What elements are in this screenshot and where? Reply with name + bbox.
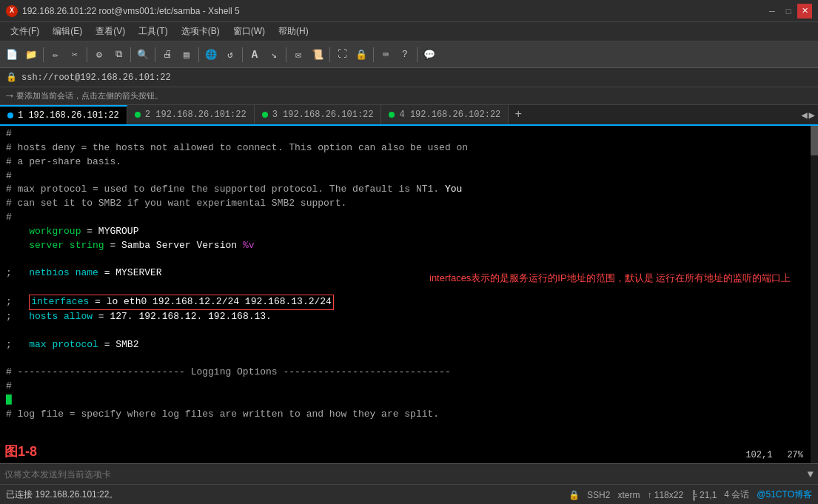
status-left: 已连接 192.168.26.101:22。	[6, 488, 563, 501]
toolbar: 📄 📁 ✏️ ✂ ⚙ ⧉ 🔍 🖨 ▤ 🌐 ↺ A ↘ ✉ 📜 ⛶ 🔒 ⌨ ? 💬	[0, 41, 818, 68]
globe-button[interactable]: 🌐	[202, 46, 220, 64]
address-icon: 🔒	[6, 72, 17, 83]
terminal-line-4: #	[6, 169, 812, 184]
terminal-line-16: ; max protocol = SMB2	[6, 338, 812, 352]
add-tab-button[interactable]: +	[509, 105, 528, 124]
settings-button[interactable]: ⚙	[90, 46, 108, 64]
terminal-content: # # hosts deny = the hosts not allowed t…	[0, 126, 818, 463]
addressbar: 🔒 ssh://root@192.168.26.101:22	[0, 68, 818, 87]
send-arrow-icon[interactable]: ▼	[808, 468, 814, 480]
tab-next-icon[interactable]: ▶	[809, 109, 815, 121]
sep4	[155, 47, 155, 62]
protocol-label: SSH2	[587, 490, 610, 500]
window-controls: ─ □ ✕	[765, 4, 812, 19]
terminal-line-3: # a per-share basis.	[6, 155, 812, 169]
sep1	[43, 47, 44, 62]
inputbar: ▼	[0, 463, 818, 484]
tab-4-label: 4 192.168.26.102:22	[399, 110, 500, 120]
scrollbar-vertical[interactable]	[811, 126, 818, 463]
vendor-label: @51CTO博客	[757, 488, 812, 501]
refresh-button[interactable]: ↺	[221, 46, 239, 64]
tab-3-dot	[262, 112, 268, 118]
search-button[interactable]: 🔍	[134, 46, 152, 64]
terminal-line-12	[6, 280, 812, 295]
sep10	[417, 47, 418, 62]
position-label: ╠ 21,1	[691, 490, 717, 500]
scrollbar-thumb[interactable]	[811, 126, 818, 155]
open-button[interactable]: 📁	[22, 46, 40, 64]
menu-edit[interactable]: 编辑(E)	[47, 24, 88, 39]
sep3	[130, 47, 131, 62]
sessions-label: 4 会话	[724, 488, 749, 501]
menu-tools[interactable]: 工具(T)	[133, 24, 173, 39]
connection-status: 已连接 192.168.26.101:22。	[6, 488, 118, 501]
tab-3[interactable]: 3 192.168.26.101:22	[255, 105, 382, 124]
tab-4[interactable]: 4 192.168.26.102:22	[381, 105, 509, 124]
new-button[interactable]: 📄	[3, 46, 21, 64]
term-label: xterm	[617, 490, 640, 500]
titlebar-left: X 192.168.26.101:22 root@vms001:/etc/sam…	[6, 5, 240, 17]
status-right: 🔒 SSH2 xterm ↑ 118x22 ╠ 21,1 4 会话 @51CTO…	[569, 488, 812, 501]
dimensions-label: ↑ 118x22	[647, 490, 683, 500]
print-button[interactable]: 🖨	[158, 46, 176, 64]
send-input[interactable]	[4, 469, 805, 480]
arrow-button[interactable]: ↘	[265, 46, 283, 64]
compose-button[interactable]: ✉	[289, 46, 307, 64]
menu-view[interactable]: 查看(V)	[90, 24, 131, 39]
tab-prev-icon[interactable]: ◀	[801, 109, 807, 121]
edit-button[interactable]: ✏️	[47, 46, 64, 64]
tab-2-dot	[135, 112, 141, 118]
statusbar: 已连接 192.168.26.101:22。 🔒 SSH2 xterm ↑ 11…	[0, 484, 818, 504]
terminal-line-7: #	[6, 211, 812, 225]
interfaces-highlight: interfaces = lo eth0 192.168.12.2/24 192…	[29, 295, 334, 310]
menu-window[interactable]: 窗口(W)	[227, 24, 271, 39]
keyboard-button[interactable]: ⌨	[377, 46, 395, 64]
script-button[interactable]: 📜	[309, 46, 326, 64]
terminal-line-9: server string = Samba Server Version %v	[6, 239, 812, 253]
address-text[interactable]: ssh://root@192.168.26.101:22	[21, 73, 171, 83]
terminal-line-1: #	[6, 127, 812, 141]
terminal-line-11: ; netbios name = MYSERVER	[6, 266, 812, 280]
help-button[interactable]: ?	[396, 46, 414, 64]
scroll-percent: 27%	[787, 450, 803, 460]
titlebar: X 192.168.26.101:22 root@vms001:/etc/sam…	[0, 0, 818, 22]
menu-help[interactable]: 帮助(H)	[272, 24, 315, 39]
infobar-text: 要添加当前会话，点击左侧的箭头按钮。	[16, 90, 163, 101]
infobar-arrow-icon: →	[6, 90, 13, 103]
terminal-line-20: █	[6, 394, 812, 408]
maximize-button[interactable]: □	[781, 4, 796, 19]
sep2	[87, 47, 87, 62]
layout-button[interactable]: ▤	[178, 46, 195, 64]
minimize-button[interactable]: ─	[765, 4, 780, 19]
close-button[interactable]: ✕	[797, 4, 812, 19]
tab-2[interactable]: 2 192.168.26.101:22	[127, 105, 255, 124]
tab-2-label: 2 192.168.26.101:22	[145, 110, 247, 120]
chat-button[interactable]: 💬	[420, 46, 438, 64]
menubar: 文件(F) 编辑(E) 查看(V) 工具(T) 选项卡(B) 窗口(W) 帮助(…	[0, 22, 818, 41]
sep9	[373, 47, 374, 62]
app-icon: X	[6, 5, 18, 17]
titlebar-title: 192.168.26.101:22 root@vms001:/etc/samba…	[22, 6, 240, 16]
terminal-line-17	[6, 352, 812, 366]
position-icon: ╠	[691, 490, 697, 500]
terminal-line-15	[6, 324, 812, 338]
lock-button[interactable]: 🔒	[352, 46, 370, 64]
terminal[interactable]: # # hosts deny = the hosts not allowed t…	[0, 126, 818, 463]
tab-nav: ◀ ▶	[798, 105, 818, 124]
expand-button[interactable]: ⛶	[333, 46, 351, 64]
tab-3-label: 3 192.168.26.101:22	[272, 110, 374, 120]
terminal-line-2: # hosts deny = the hosts not allowed to …	[6, 141, 812, 155]
menu-file[interactable]: 文件(F)	[4, 24, 45, 39]
sep6	[242, 47, 243, 62]
terminal-position: 102,1 27%	[745, 450, 803, 460]
terminal-line-5: # max protocol = used to define the supp…	[6, 183, 812, 197]
cut-button[interactable]: ✂	[66, 46, 84, 64]
tab-1[interactable]: 1 192.168.26.101:22	[0, 105, 127, 124]
lock-icon: 🔒	[569, 490, 580, 500]
terminal-line-18: # ----------------------------- Logging …	[6, 366, 812, 380]
font-button[interactable]: A	[246, 46, 264, 64]
menu-tabs[interactable]: 选项卡(B)	[175, 24, 226, 39]
sep7	[286, 47, 286, 62]
copy-button[interactable]: ⧉	[110, 46, 127, 64]
terminal-line-10	[6, 253, 812, 267]
